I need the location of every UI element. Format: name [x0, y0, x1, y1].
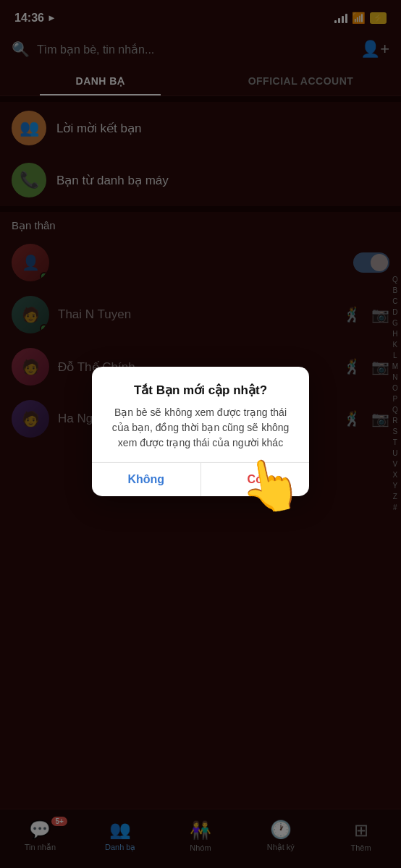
dialog-title: Tắt Bạn mới cập nhật?	[106, 383, 295, 398]
confirmation-dialog: Tắt Bạn mới cập nhật? Bạn bè sẽ không xe…	[92, 367, 309, 496]
dialog-buttons: Không Có	[92, 462, 309, 496]
dialog-no-button[interactable]: Không	[92, 463, 201, 496]
dialog-yes-button[interactable]: Có	[201, 463, 310, 496]
dialog-body: Tắt Bạn mới cập nhật? Bạn bè sẽ không xe…	[92, 367, 309, 462]
dialog-message: Bạn bè sẽ không xem được trạng thái của …	[106, 405, 295, 451]
